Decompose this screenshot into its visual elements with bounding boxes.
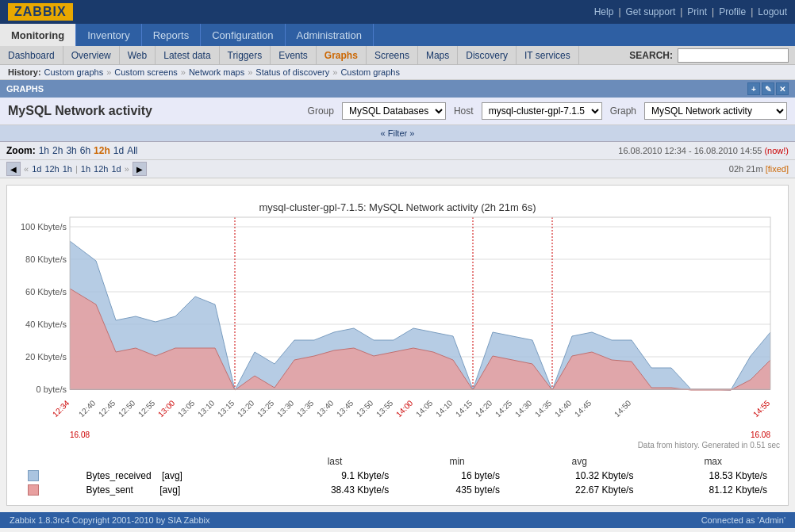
zoom-6h[interactable]: 6h	[80, 145, 90, 156]
top-links: Help | Get support | Print | Profile | L…	[594, 6, 787, 17]
svg-text:14:25: 14:25	[494, 398, 514, 419]
nav-1d-right[interactable]: 1d	[111, 164, 121, 174]
search-label: SEARCH:	[629, 50, 673, 61]
sub-nav: Dashboard Overview Web Latest data Trigg…	[0, 46, 795, 65]
subnav-triggers[interactable]: Triggers	[220, 46, 271, 64]
svg-text:14:55: 14:55	[751, 398, 772, 419]
footer-copyright: Zabbix 1.8.3rc4 Copyright 2001-2010 by S…	[10, 515, 210, 525]
svg-text:12:50: 12:50	[117, 398, 137, 419]
filter-toggle[interactable]: « Filter »	[381, 128, 415, 138]
svg-text:100 Kbyte/s: 100 Kbyte/s	[21, 222, 67, 232]
subnav-web[interactable]: Web	[120, 46, 156, 64]
breadcrumb-network-maps[interactable]: Network maps	[189, 67, 244, 77]
nav-12h-left[interactable]: 12h	[44, 164, 59, 174]
legend-row-bytes-sent: Bytes_sent [avg] 38.43 Kbyte/s 435 byte/…	[15, 483, 780, 497]
svg-text:13:05: 13:05	[176, 398, 197, 419]
edit-icon[interactable]: ✎	[762, 82, 774, 95]
nav-inventory[interactable]: Inventory	[76, 24, 141, 46]
nav-1h-left[interactable]: 1h	[63, 164, 72, 174]
subnav-overview[interactable]: Overview	[63, 46, 120, 64]
group-label: Group	[308, 105, 334, 117]
help-link[interactable]: Help	[594, 6, 614, 17]
svg-text:13:50: 13:50	[355, 398, 375, 419]
bytes-sent-min: 435 byte/s	[401, 483, 513, 497]
svg-text:13:25: 13:25	[255, 398, 276, 419]
get-support-link[interactable]: Get support	[626, 6, 676, 17]
svg-text:14:35: 14:35	[533, 398, 554, 419]
subnav-latest-data[interactable]: Latest data	[156, 46, 219, 64]
svg-text:13:30: 13:30	[275, 398, 296, 419]
svg-text:14:40: 14:40	[553, 398, 574, 419]
zoom-end: 16.08.2010 14:55	[694, 146, 762, 155]
svg-text:12:55: 12:55	[136, 398, 157, 419]
nav-12h-right[interactable]: 12h	[94, 164, 108, 174]
prev-nav-button[interactable]: ◀	[6, 162, 21, 176]
svg-text:16.08: 16.08	[70, 431, 90, 439]
graph-note: Data from history. Generated in 0.51 sec	[15, 441, 780, 450]
bytes-sent-last: 38.43 Kbyte/s	[268, 483, 401, 497]
logout-link[interactable]: Logout	[758, 6, 787, 17]
svg-text:0 byte/s: 0 byte/s	[36, 385, 67, 394]
group-select[interactable]: MySQL Databases	[342, 102, 446, 120]
svg-text:14:05: 14:05	[414, 398, 435, 419]
svg-text:14:00: 14:00	[394, 398, 415, 419]
nav-1d-left[interactable]: 1d	[32, 164, 41, 174]
subnav-maps[interactable]: Maps	[418, 46, 458, 64]
breadcrumb-custom-graphs-2[interactable]: Custom graphs	[340, 67, 400, 77]
graph-title: MySQL Network activity	[8, 104, 300, 118]
nav-configuration[interactable]: Configuration	[201, 24, 285, 46]
subnav-graphs[interactable]: Graphs	[317, 46, 367, 64]
svg-text:12:45: 12:45	[97, 398, 117, 419]
bytes-received-last: 9.1 Kbyte/s	[268, 469, 401, 483]
subnav-it-services[interactable]: IT services	[517, 46, 579, 64]
breadcrumb-custom-screens[interactable]: Custom screens	[114, 67, 177, 77]
bytes-sent-avg: 22.67 Kbyte/s	[513, 483, 646, 497]
search-input[interactable]	[678, 48, 789, 63]
subnav-events[interactable]: Events	[271, 46, 317, 64]
svg-text:12:34: 12:34	[51, 398, 71, 419]
filter-bar: « Filter »	[0, 125, 795, 142]
section-header: GRAPHS + ✎ ✕	[0, 80, 795, 98]
zoom-1h[interactable]: 1h	[39, 145, 49, 156]
svg-text:13:15: 13:15	[216, 398, 236, 419]
subnav-dashboard[interactable]: Dashboard	[0, 46, 63, 64]
bytes-sent-max: 81.12 Kbyte/s	[646, 483, 780, 497]
graph-select[interactable]: MySQL Network activity	[644, 102, 787, 120]
zoom-1d[interactable]: 1d	[113, 145, 124, 156]
zoom-3h[interactable]: 3h	[66, 145, 76, 156]
host-select[interactable]: mysql-cluster-gpl-7.1.5	[482, 102, 602, 120]
breadcrumb-status-discovery[interactable]: Status of discovery	[255, 67, 329, 77]
nav-monitoring[interactable]: Monitoring	[0, 24, 76, 46]
close-icon[interactable]: ✕	[776, 82, 789, 95]
breadcrumb-custom-graphs-1[interactable]: Custom graphs	[44, 67, 104, 77]
zoom-2h[interactable]: 2h	[52, 145, 63, 156]
nav-1h-right[interactable]: 1h	[81, 164, 90, 174]
graph-svg: mysql-cluster-gpl-7.1.5: MySQL Network a…	[21, 193, 774, 439]
nav-reports[interactable]: Reports	[142, 24, 202, 46]
subnav-discovery[interactable]: Discovery	[458, 46, 517, 64]
nav-duration: 02h 21m	[729, 164, 763, 174]
svg-text:80 Kbyte/s: 80 Kbyte/s	[25, 255, 67, 264]
bytes-received-label: Bytes_received [avg]	[74, 469, 268, 483]
zoom-all[interactable]: All	[127, 145, 137, 156]
svg-text:16.08: 16.08	[751, 431, 770, 439]
host-label: Host	[454, 105, 474, 117]
subnav-screens[interactable]: Screens	[367, 46, 418, 64]
legend-header-min: min	[401, 454, 513, 469]
add-icon[interactable]: +	[747, 82, 760, 95]
topbar: ZABBIX Help | Get support | Print | Prof…	[0, 0, 795, 24]
print-link[interactable]: Print	[687, 6, 707, 17]
section-title: GRAPHS	[6, 84, 44, 94]
search-area: SEARCH:	[629, 48, 795, 63]
legend-header-max: max	[646, 454, 780, 469]
svg-text:60 Kbyte/s: 60 Kbyte/s	[25, 287, 67, 297]
zoom-12h[interactable]: 12h	[94, 145, 110, 156]
nav-administration[interactable]: Administration	[286, 24, 374, 46]
legend-row-bytes-received: Bytes_received [avg] 9.1 Kbyte/s 16 byte…	[15, 469, 780, 483]
next-nav-button[interactable]: ▶	[132, 162, 147, 176]
profile-link[interactable]: Profile	[719, 6, 746, 17]
svg-text:13:45: 13:45	[335, 398, 355, 419]
bytes-sent-label: Bytes_sent [avg]	[74, 483, 268, 497]
svg-text:20 Kbyte/s: 20 Kbyte/s	[25, 352, 67, 362]
breadcrumb: History: Custom graphs » Custom screens …	[0, 65, 795, 80]
